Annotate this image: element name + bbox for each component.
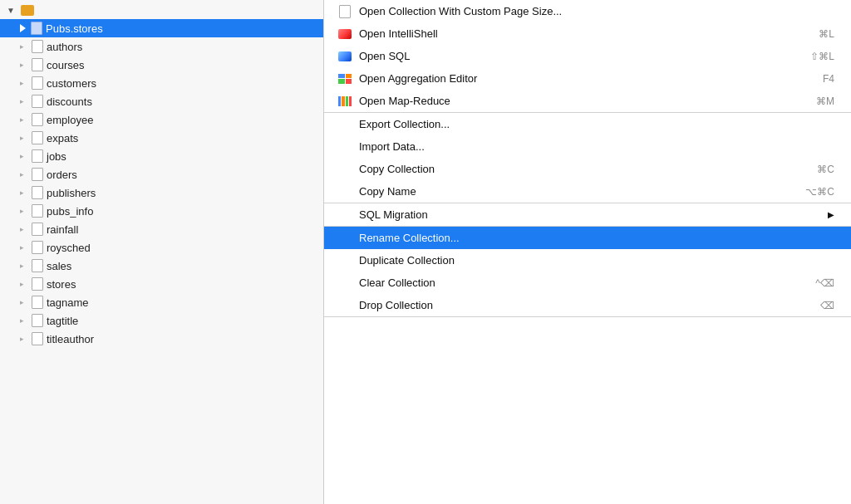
sidebar-item-authors[interactable]: ▸authors	[0, 37, 323, 56]
menu-item-shortcut: ⌘M	[816, 95, 834, 107]
menu-item-open-custom-page[interactable]: Open Collection With Custom Page Size...	[324, 0, 851, 22]
doc-page-icon	[337, 6, 352, 17]
sidebar-item-sales[interactable]: ▸sales	[0, 257, 323, 275]
menu-item-left-open-custom-page: Open Collection With Custom Page Size...	[337, 5, 562, 17]
collection-item-label: customers	[47, 77, 96, 90]
menu-item-sql-migration[interactable]: SQL Migration▶	[324, 203, 851, 226]
sidebar-item-discounts[interactable]: ▸discounts	[0, 92, 323, 110]
collection-doc-icon	[32, 296, 43, 309]
collection-doc-icon	[32, 168, 43, 181]
collection-item-label: rainfall	[47, 223, 78, 236]
collection-item-label: employee	[47, 114, 93, 126]
sidebar-item-expats[interactable]: ▸expats	[0, 129, 323, 147]
menu-sections-container: Open Collection With Custom Page Size...…	[324, 0, 851, 317]
sidebar-item-pubs-info[interactable]: ▸pubs_info	[0, 202, 323, 220]
collection-item-label: expats	[47, 132, 78, 144]
tree-arrow-icon: ▸	[20, 262, 28, 270]
collection-doc-icon	[32, 186, 43, 199]
collection-item-label: sales	[47, 260, 71, 272]
tree-arrow-icon: ▸	[20, 316, 28, 325]
menu-item-left-open-intellishell: Open IntelliShell	[337, 27, 438, 40]
menu-item-left-open-sql: Open SQL	[337, 50, 410, 62]
menu-item-left-duplicate-collection: Duplicate Collection	[337, 254, 455, 267]
menu-item-import-data[interactable]: Import Data...	[324, 135, 851, 158]
sidebar-item-stores[interactable]: ▸stores	[0, 275, 323, 293]
collection-item-label: stores	[47, 278, 76, 291]
menu-item-left-open-aggregation: Open Aggregation Editor	[337, 72, 477, 85]
menu-item-shortcut: ⇧⌘L	[810, 51, 834, 62]
context-menu: Open Collection With Custom Page Size...…	[324, 0, 851, 504]
tree-arrow-icon: ▸	[20, 225, 28, 233]
collection-doc-icon	[32, 40, 43, 53]
menu-item-shortcut: ⌫	[820, 300, 834, 311]
sidebar-item-courses[interactable]: ▸courses	[0, 56, 323, 74]
collection-item-label: publishers	[47, 187, 96, 199]
sidebar-item-publishers[interactable]: ▸publishers	[0, 183, 323, 202]
menu-item-label: Open Collection With Custom Page Size...	[359, 5, 562, 17]
collection-item-label: pubs_info	[47, 205, 93, 218]
menu-item-clear-collection[interactable]: Clear Collection^⌫	[324, 272, 851, 294]
sidebar-item-titleauthor[interactable]: ▸titleauthor	[0, 330, 323, 348]
menu-item-left-sql-migration: SQL Migration	[337, 208, 428, 221]
collections-header: ▼	[0, 2, 323, 19]
menu-item-duplicate-collection[interactable]: Duplicate Collection	[324, 249, 851, 272]
tree-arrow-icon: ▸	[20, 243, 28, 252]
menu-item-left-copy-collection: Copy Collection	[337, 163, 435, 175]
intellishell-icon	[337, 28, 352, 40]
menu-item-label: Copy Collection	[359, 163, 435, 175]
sidebar-item-rainfall[interactable]: ▸rainfall	[0, 220, 323, 238]
sidebar-item-jobs[interactable]: ▸jobs	[0, 147, 323, 165]
menu-item-shortcut: F4	[823, 73, 834, 85]
collection-item-label: authors	[47, 41, 82, 53]
tree-arrow-icon: ▸	[20, 280, 28, 288]
menu-item-left-open-mapreduce: Open Map-Reduce	[337, 95, 450, 107]
menu-section-1: Export Collection...Import Data...Copy C…	[324, 113, 851, 203]
menu-item-open-sql[interactable]: Open SQL⇧⌘L	[324, 45, 851, 67]
menu-item-label: Open IntelliShell	[359, 27, 438, 40]
collection-doc-icon	[32, 259, 43, 272]
menu-item-rename-collection[interactable]: Rename Collection...	[324, 227, 851, 249]
menu-section-3: Rename Collection...Duplicate Collection…	[324, 227, 851, 317]
collection-doc-icon	[32, 95, 43, 108]
tree-arrow-icon: ▸	[20, 42, 28, 51]
menu-item-copy-name[interactable]: Copy Name⌥⌘C	[324, 180, 851, 203]
collection-doc-icon	[32, 113, 43, 126]
collection-item-label: Pubs.stores	[46, 22, 103, 35]
menu-item-copy-collection[interactable]: Copy Collection⌘C	[324, 158, 851, 180]
tree-arrow-icon: ▸	[20, 152, 28, 160]
menu-item-open-aggregation[interactable]: Open Aggregation EditorF4	[324, 67, 851, 90]
sidebar-item-roysched[interactable]: ▸roysched	[0, 238, 323, 257]
menu-item-label: Open SQL	[359, 50, 410, 62]
menu-item-left-copy-name: Copy Name	[337, 185, 416, 198]
menu-item-export-collection[interactable]: Export Collection...	[324, 113, 851, 135]
menu-item-open-intellishell[interactable]: Open IntelliShell⌘L	[324, 22, 851, 45]
menu-item-label: Drop Collection	[359, 299, 433, 311]
menu-item-label: Clear Collection	[359, 276, 435, 289]
collapse-triangle[interactable]: ▼	[7, 6, 15, 15]
collection-item-label: tagtitle	[47, 315, 78, 327]
tree-arrow-icon: ▸	[20, 97, 28, 105]
sidebar-item-tagtitle[interactable]: ▸tagtitle	[0, 311, 323, 330]
collection-doc-icon	[32, 204, 43, 218]
menu-item-open-mapreduce[interactable]: Open Map-Reduce⌘M	[324, 90, 851, 112]
menu-item-label: Rename Collection...	[359, 232, 460, 244]
sidebar-item-pubs-stores[interactable]: Pubs.stores	[0, 19, 323, 37]
collection-doc-icon	[32, 223, 43, 236]
tree-arrow-icon: ▸	[20, 115, 28, 124]
tree-arrow-icon: ▸	[20, 207, 28, 215]
menu-item-label: Duplicate Collection	[359, 254, 455, 267]
sidebar-item-customers[interactable]: ▸customers	[0, 74, 323, 92]
mapreduce-icon	[337, 95, 352, 107]
menu-item-left-import-data: Import Data...	[337, 140, 425, 153]
sidebar-item-orders[interactable]: ▸orders	[0, 165, 323, 183]
collection-doc-icon	[31, 22, 42, 35]
menu-item-left-drop-collection: Drop Collection	[337, 299, 433, 311]
collection-item-label: jobs	[47, 150, 66, 163]
sidebar-item-tagname[interactable]: ▸tagname	[0, 293, 323, 311]
collection-item-label: roysched	[47, 242, 91, 254]
menu-item-label: SQL Migration	[359, 208, 428, 221]
sidebar-item-employee[interactable]: ▸employee	[0, 110, 323, 129]
tree-arrow-icon: ▸	[20, 61, 28, 69]
menu-item-drop-collection[interactable]: Drop Collection⌫	[324, 294, 851, 316]
collection-doc-icon	[32, 332, 43, 345]
